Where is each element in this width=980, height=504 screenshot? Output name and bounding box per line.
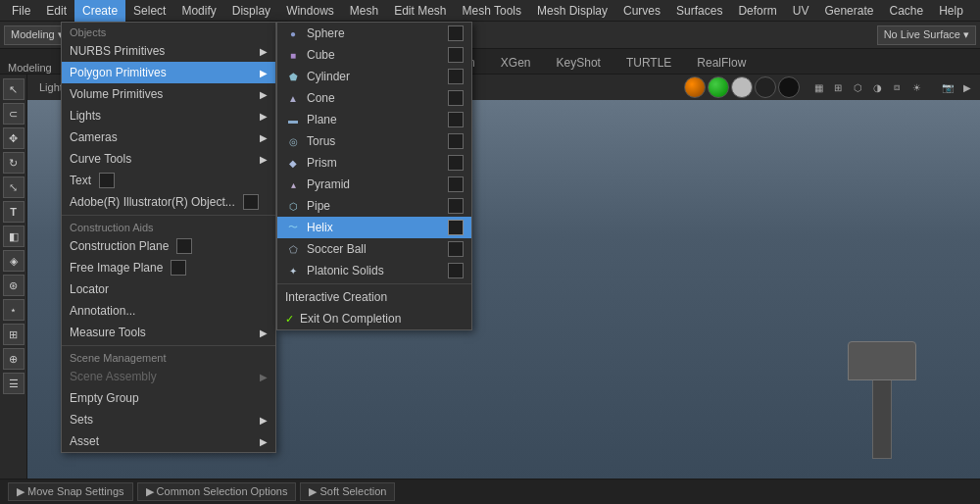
menu-curve-tools[interactable]: Curve Tools ▶ bbox=[62, 148, 275, 170]
menu-empty-group[interactable]: Empty Group bbox=[62, 387, 275, 409]
text-checkbox[interactable] bbox=[99, 173, 115, 188]
sphere-checkbox[interactable] bbox=[448, 25, 464, 41]
torus-checkbox[interactable] bbox=[448, 133, 464, 149]
swatch-dark[interactable] bbox=[755, 76, 776, 98]
poly-torus[interactable]: ◎ Torus bbox=[277, 130, 471, 152]
tab-keyshot[interactable]: KeyShot bbox=[544, 51, 613, 74]
menu-cache[interactable]: Cache bbox=[881, 0, 931, 22]
cube-checkbox[interactable] bbox=[448, 47, 464, 63]
lasso-tool[interactable]: ⊂ bbox=[3, 103, 24, 125]
menu-annotation[interactable]: Annotation... bbox=[62, 300, 275, 322]
soccer-checkbox[interactable] bbox=[448, 241, 464, 257]
poly-sphere[interactable]: ● Sphere bbox=[277, 23, 471, 44]
tab-realflow[interactable]: RealFlow bbox=[684, 51, 759, 74]
swatch-green[interactable] bbox=[708, 76, 729, 98]
select-tool[interactable]: ↖ bbox=[3, 78, 24, 100]
poly-tool[interactable]: ◧ bbox=[3, 226, 24, 247]
menu-text[interactable]: Text bbox=[62, 170, 275, 191]
platonic-checkbox[interactable] bbox=[448, 263, 464, 278]
rotate-tool[interactable]: ↻ bbox=[3, 152, 24, 174]
poly-cube[interactable]: ■ Cube bbox=[277, 44, 471, 66]
menu-mesh-display[interactable]: Mesh Display bbox=[529, 0, 615, 22]
move-snap-settings[interactable]: ▶ Move Snap Settings bbox=[8, 482, 133, 501]
asset-label: Asset bbox=[70, 434, 99, 448]
snap-tool[interactable]: ⊕ bbox=[3, 348, 24, 370]
poly-cone[interactable]: ▲ Cone bbox=[277, 87, 471, 109]
poly-exit-on-completion[interactable]: ✓ Exit On Completion bbox=[277, 308, 471, 329]
menu-select[interactable]: Select bbox=[125, 0, 173, 22]
vp-icon-shade[interactable]: ◑ bbox=[868, 78, 886, 96]
vp-icon-light[interactable]: ☀ bbox=[907, 78, 925, 96]
tab-xgen[interactable]: XGen bbox=[488, 51, 544, 74]
menu-edit-mesh[interactable]: Edit Mesh bbox=[386, 0, 454, 22]
vp-icon-checkers[interactable]: ▦ bbox=[809, 78, 827, 96]
menu-help[interactable]: Help bbox=[931, 0, 971, 22]
display-tool[interactable]: ☰ bbox=[3, 373, 24, 394]
menu-construction-plane[interactable]: Construction Plane bbox=[62, 235, 275, 257]
scale-tool[interactable]: ⤡ bbox=[3, 176, 24, 198]
paint-tool[interactable]: ⊛ bbox=[3, 275, 24, 296]
menu-illustrator[interactable]: Adobe(R) Illustrator(R) Object... bbox=[62, 191, 275, 213]
menu-cameras[interactable]: Cameras ▶ bbox=[62, 126, 275, 148]
camera-tool[interactable]: ⊞ bbox=[3, 324, 24, 345]
cone-checkbox[interactable] bbox=[448, 90, 464, 106]
pipe-checkbox[interactable] bbox=[448, 198, 464, 214]
menu-curves[interactable]: Curves bbox=[615, 0, 668, 22]
menu-modify[interactable]: Modify bbox=[173, 0, 223, 22]
menu-display[interactable]: Display bbox=[224, 0, 278, 22]
poly-prism[interactable]: ◆ Prism bbox=[277, 152, 471, 174]
menu-file[interactable]: File bbox=[4, 0, 38, 22]
menu-asset[interactable]: Asset ▶ bbox=[62, 430, 275, 452]
menu-lights[interactable]: Lights ▶ bbox=[62, 105, 275, 126]
curve-tools-label: Curve Tools bbox=[70, 152, 131, 166]
menu-surfaces[interactable]: Surfaces bbox=[668, 0, 730, 22]
menu-edit[interactable]: Edit bbox=[38, 0, 74, 22]
vp-icon-wire[interactable]: ⬡ bbox=[849, 78, 866, 96]
menu-windows[interactable]: Windows bbox=[278, 0, 342, 22]
menu-create[interactable]: Create bbox=[74, 0, 125, 22]
poly-plane[interactable]: ▬ Plane bbox=[277, 109, 471, 130]
common-selection-options[interactable]: ▶ Common Selection Options bbox=[137, 482, 297, 501]
menu-locator[interactable]: Locator bbox=[62, 278, 275, 300]
free-image-plane-checkbox[interactable] bbox=[171, 260, 186, 276]
menu-free-image-plane[interactable]: Free Image Plane bbox=[62, 257, 275, 278]
text-tool[interactable]: T bbox=[3, 201, 24, 223]
no-live-surface[interactable]: No Live Surface ▾ bbox=[877, 25, 976, 45]
poly-soccer-ball[interactable]: ⬠ Soccer Ball bbox=[277, 238, 471, 260]
vp-icon-grid[interactable]: ⊞ bbox=[829, 78, 847, 96]
menu-generate[interactable]: Generate bbox=[816, 0, 881, 22]
menu-sets[interactable]: Sets ▶ bbox=[62, 409, 275, 430]
soft-selection[interactable]: ▶ Soft Selection bbox=[300, 482, 395, 501]
swatch-grey[interactable] bbox=[731, 76, 753, 98]
poly-interactive-creation[interactable]: Interactive Creation bbox=[277, 286, 471, 308]
vp-icon-tex[interactable]: ⧈ bbox=[888, 78, 906, 96]
move-tool[interactable]: ✥ bbox=[3, 127, 24, 149]
vp-icon-cam[interactable]: 📷 bbox=[939, 78, 956, 96]
plane-checkbox[interactable] bbox=[448, 112, 464, 127]
menu-mesh-tools[interactable]: Mesh Tools bbox=[455, 0, 529, 22]
menu-uv[interactable]: UV bbox=[785, 0, 817, 22]
menu-polygon-primitives[interactable]: Polygon Primitives ▶ bbox=[62, 62, 275, 83]
helix-checkbox[interactable] bbox=[448, 220, 464, 235]
prism-checkbox[interactable] bbox=[448, 155, 464, 171]
swatch-black[interactable] bbox=[778, 76, 800, 98]
tab-turtle[interactable]: TURTLE bbox=[613, 51, 684, 74]
poly-helix[interactable]: 〜 Helix bbox=[277, 217, 471, 238]
poly-platonic-solids[interactable]: ✦ Platonic Solids bbox=[277, 260, 471, 281]
menu-nurbs-primitives[interactable]: NURBS Primitives ▶ bbox=[62, 40, 275, 62]
menu-mesh[interactable]: Mesh bbox=[342, 0, 386, 22]
deform-tool[interactable]: ⋆ bbox=[3, 299, 24, 321]
construction-plane-checkbox[interactable] bbox=[176, 238, 192, 254]
poly-pyramid[interactable]: ▴ Pyramid bbox=[277, 174, 471, 195]
cylinder-checkbox[interactable] bbox=[448, 69, 464, 84]
swatch-orange[interactable] bbox=[684, 76, 706, 98]
illustrator-checkbox[interactable] bbox=[243, 194, 259, 210]
vp-icon-more[interactable]: ▶ bbox=[958, 78, 976, 96]
pyramid-checkbox[interactable] bbox=[448, 176, 464, 192]
poly-pipe[interactable]: ⬡ Pipe bbox=[277, 195, 471, 217]
menu-volume-primitives[interactable]: Volume Primitives ▶ bbox=[62, 83, 275, 105]
smooth-tool[interactable]: ◈ bbox=[3, 250, 24, 272]
menu-deform[interactable]: Deform bbox=[730, 0, 784, 22]
menu-measure-tools[interactable]: Measure Tools ▶ bbox=[62, 322, 275, 343]
poly-cylinder[interactable]: ⬟ Cylinder bbox=[277, 66, 471, 87]
